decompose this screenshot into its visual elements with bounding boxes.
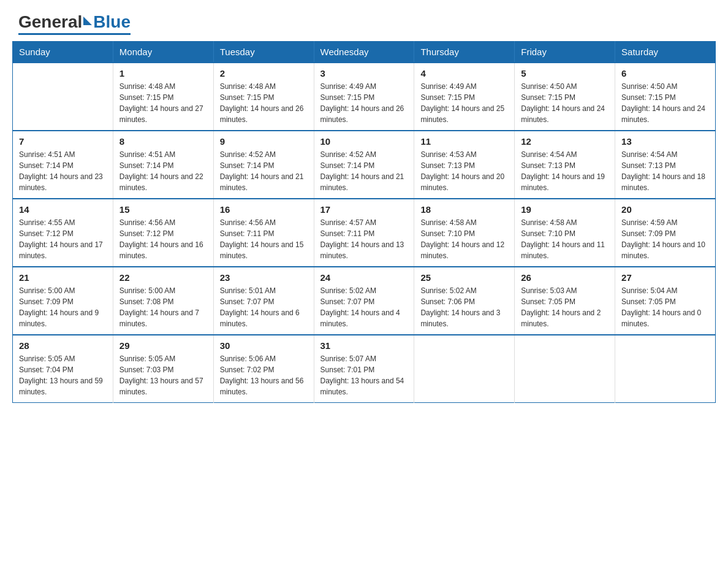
day-info: Sunrise: 4:57 AMSunset: 7:11 PMDaylight:…: [320, 217, 408, 261]
day-number: 30: [220, 340, 308, 351]
day-number: 26: [521, 272, 609, 283]
day-info: Sunrise: 5:02 AMSunset: 7:06 PMDaylight:…: [420, 285, 508, 329]
calendar-day-cell: 7Sunrise: 4:51 AMSunset: 7:14 PMDaylight…: [13, 131, 113, 199]
calendar-week-row: 14Sunrise: 4:55 AMSunset: 7:12 PMDayligh…: [13, 199, 716, 267]
day-number: 16: [220, 204, 308, 215]
calendar-day-cell: [13, 63, 113, 131]
day-number: 17: [320, 204, 408, 215]
calendar-day-cell: 30Sunrise: 5:06 AMSunset: 7:02 PMDayligh…: [213, 335, 314, 403]
calendar-container: SundayMondayTuesdayWednesdayThursdayFrid…: [0, 41, 728, 415]
weekday-header-wednesday: Wednesday: [314, 42, 414, 63]
calendar-table: SundayMondayTuesdayWednesdayThursdayFrid…: [12, 41, 716, 403]
day-number: 12: [521, 136, 609, 147]
calendar-day-cell: 3Sunrise: 4:49 AMSunset: 7:15 PMDaylight…: [314, 63, 414, 131]
day-number: 27: [621, 272, 709, 283]
day-info: Sunrise: 4:52 AMSunset: 7:14 PMDaylight:…: [320, 149, 408, 193]
calendar-day-cell: 24Sunrise: 5:02 AMSunset: 7:07 PMDayligh…: [314, 267, 414, 335]
day-info: Sunrise: 4:52 AMSunset: 7:14 PMDaylight:…: [220, 149, 308, 193]
calendar-day-cell: [615, 335, 716, 403]
day-number: 5: [521, 68, 609, 79]
day-info: Sunrise: 5:00 AMSunset: 7:09 PMDaylight:…: [19, 285, 107, 329]
calendar-week-row: 28Sunrise: 5:05 AMSunset: 7:04 PMDayligh…: [13, 335, 716, 403]
day-number: 19: [521, 204, 609, 215]
day-number: 1: [119, 68, 207, 79]
day-info: Sunrise: 4:58 AMSunset: 7:10 PMDaylight:…: [521, 217, 609, 261]
calendar-day-cell: 29Sunrise: 5:05 AMSunset: 7:03 PMDayligh…: [113, 335, 213, 403]
day-info: Sunrise: 4:55 AMSunset: 7:12 PMDaylight:…: [19, 217, 107, 261]
calendar-day-cell: 2Sunrise: 4:48 AMSunset: 7:15 PMDaylight…: [213, 63, 314, 131]
day-number: 29: [119, 340, 207, 351]
day-number: 13: [621, 136, 709, 147]
day-info: Sunrise: 4:48 AMSunset: 7:15 PMDaylight:…: [220, 81, 308, 125]
day-info: Sunrise: 5:06 AMSunset: 7:02 PMDaylight:…: [220, 353, 308, 397]
day-number: 7: [19, 136, 107, 147]
day-number: 11: [420, 136, 508, 147]
page-header: General Blue: [0, 0, 728, 41]
day-info: Sunrise: 4:54 AMSunset: 7:13 PMDaylight:…: [521, 149, 609, 193]
calendar-day-cell: 26Sunrise: 5:03 AMSunset: 7:05 PMDayligh…: [515, 267, 615, 335]
day-number: 18: [420, 204, 508, 215]
day-info: Sunrise: 5:07 AMSunset: 7:01 PMDaylight:…: [320, 353, 408, 397]
day-number: 31: [320, 340, 408, 351]
day-number: 9: [220, 136, 308, 147]
logo-triangle-icon: [83, 17, 92, 25]
day-info: Sunrise: 4:54 AMSunset: 7:13 PMDaylight:…: [621, 149, 709, 193]
weekday-header-saturday: Saturday: [615, 42, 716, 63]
day-number: 24: [320, 272, 408, 283]
calendar-day-cell: 25Sunrise: 5:02 AMSunset: 7:06 PMDayligh…: [414, 267, 515, 335]
calendar-week-row: 21Sunrise: 5:00 AMSunset: 7:09 PMDayligh…: [13, 267, 716, 335]
weekday-header-monday: Monday: [113, 42, 213, 63]
day-info: Sunrise: 4:50 AMSunset: 7:15 PMDaylight:…: [521, 81, 609, 125]
day-info: Sunrise: 5:01 AMSunset: 7:07 PMDaylight:…: [220, 285, 308, 329]
calendar-day-cell: 14Sunrise: 4:55 AMSunset: 7:12 PMDayligh…: [13, 199, 113, 267]
logo-general-text: General: [18, 12, 82, 32]
day-info: Sunrise: 5:04 AMSunset: 7:05 PMDaylight:…: [621, 285, 709, 329]
calendar-day-cell: 15Sunrise: 4:56 AMSunset: 7:12 PMDayligh…: [113, 199, 213, 267]
calendar-day-cell: 23Sunrise: 5:01 AMSunset: 7:07 PMDayligh…: [213, 267, 314, 335]
weekday-header-friday: Friday: [515, 42, 615, 63]
day-number: 14: [19, 204, 107, 215]
day-info: Sunrise: 5:00 AMSunset: 7:08 PMDaylight:…: [119, 285, 207, 329]
calendar-day-cell: [414, 335, 515, 403]
day-number: 25: [420, 272, 508, 283]
day-info: Sunrise: 4:56 AMSunset: 7:11 PMDaylight:…: [220, 217, 308, 261]
calendar-day-cell: 18Sunrise: 4:58 AMSunset: 7:10 PMDayligh…: [414, 199, 515, 267]
weekday-header-thursday: Thursday: [414, 42, 515, 63]
day-number: 23: [220, 272, 308, 283]
calendar-day-cell: 12Sunrise: 4:54 AMSunset: 7:13 PMDayligh…: [515, 131, 615, 199]
calendar-day-cell: 5Sunrise: 4:50 AMSunset: 7:15 PMDaylight…: [515, 63, 615, 131]
calendar-day-cell: 9Sunrise: 4:52 AMSunset: 7:14 PMDaylight…: [213, 131, 314, 199]
calendar-day-cell: 6Sunrise: 4:50 AMSunset: 7:15 PMDaylight…: [615, 63, 716, 131]
calendar-day-cell: 27Sunrise: 5:04 AMSunset: 7:05 PMDayligh…: [615, 267, 716, 335]
day-number: 6: [621, 68, 709, 79]
calendar-week-row: 1Sunrise: 4:48 AMSunset: 7:15 PMDaylight…: [13, 63, 716, 131]
day-info: Sunrise: 5:05 AMSunset: 7:04 PMDaylight:…: [19, 353, 107, 397]
day-number: 10: [320, 136, 408, 147]
weekday-header-row: SundayMondayTuesdayWednesdayThursdayFrid…: [13, 42, 716, 63]
calendar-day-cell: 20Sunrise: 4:59 AMSunset: 7:09 PMDayligh…: [615, 199, 716, 267]
day-info: Sunrise: 4:53 AMSunset: 7:13 PMDaylight:…: [420, 149, 508, 193]
calendar-day-cell: 31Sunrise: 5:07 AMSunset: 7:01 PMDayligh…: [314, 335, 414, 403]
day-number: 2: [220, 68, 308, 79]
day-number: 21: [19, 272, 107, 283]
day-info: Sunrise: 4:49 AMSunset: 7:15 PMDaylight:…: [320, 81, 408, 125]
day-info: Sunrise: 4:51 AMSunset: 7:14 PMDaylight:…: [119, 149, 207, 193]
day-number: 4: [420, 68, 508, 79]
calendar-day-cell: 4Sunrise: 4:49 AMSunset: 7:15 PMDaylight…: [414, 63, 515, 131]
weekday-header-sunday: Sunday: [13, 42, 113, 63]
logo-blue-text: Blue: [93, 12, 131, 32]
day-number: 3: [320, 68, 408, 79]
calendar-day-cell: 11Sunrise: 4:53 AMSunset: 7:13 PMDayligh…: [414, 131, 515, 199]
day-info: Sunrise: 5:03 AMSunset: 7:05 PMDaylight:…: [521, 285, 609, 329]
calendar-day-cell: 17Sunrise: 4:57 AMSunset: 7:11 PMDayligh…: [314, 199, 414, 267]
day-info: Sunrise: 4:58 AMSunset: 7:10 PMDaylight:…: [420, 217, 508, 261]
day-info: Sunrise: 4:56 AMSunset: 7:12 PMDaylight:…: [119, 217, 207, 261]
day-info: Sunrise: 4:59 AMSunset: 7:09 PMDaylight:…: [621, 217, 709, 261]
calendar-day-cell: 28Sunrise: 5:05 AMSunset: 7:04 PMDayligh…: [13, 335, 113, 403]
calendar-day-cell: 21Sunrise: 5:00 AMSunset: 7:09 PMDayligh…: [13, 267, 113, 335]
calendar-day-cell: 8Sunrise: 4:51 AMSunset: 7:14 PMDaylight…: [113, 131, 213, 199]
calendar-day-cell: 1Sunrise: 4:48 AMSunset: 7:15 PMDaylight…: [113, 63, 213, 131]
day-info: Sunrise: 5:05 AMSunset: 7:03 PMDaylight:…: [119, 353, 207, 397]
day-info: Sunrise: 4:50 AMSunset: 7:15 PMDaylight:…: [621, 81, 709, 125]
calendar-day-cell: 22Sunrise: 5:00 AMSunset: 7:08 PMDayligh…: [113, 267, 213, 335]
